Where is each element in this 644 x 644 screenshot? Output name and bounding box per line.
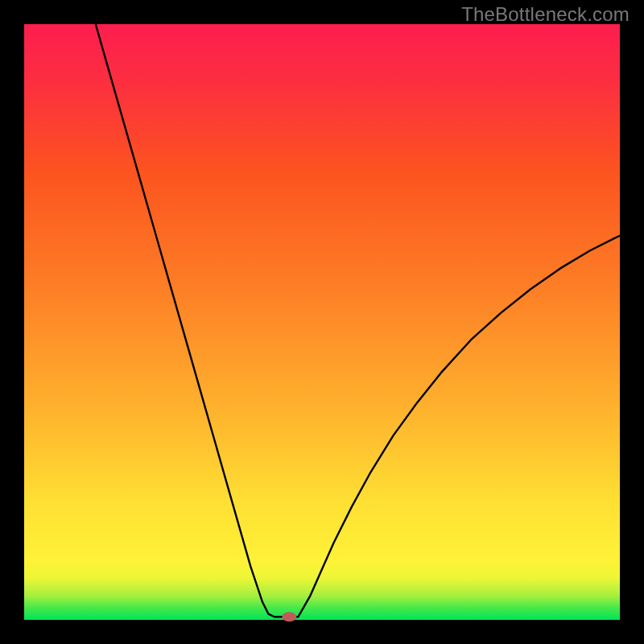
watermark-text: TheBottleneck.com (461, 3, 630, 26)
optimum-marker (282, 612, 296, 621)
chart-plot-area (24, 24, 620, 620)
bottleneck-chart (0, 0, 644, 644)
